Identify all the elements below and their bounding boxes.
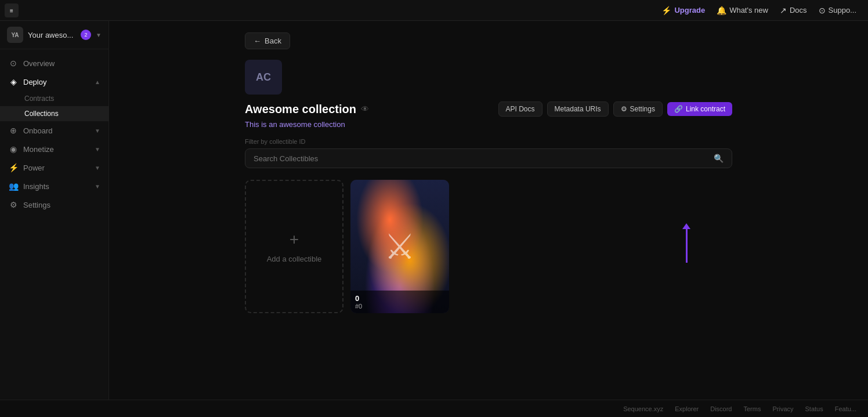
- collections-label: Collections: [24, 110, 59, 118]
- sidebar-item-power[interactable]: ⚡ Power ▼: [0, 158, 108, 177]
- collection-title-row: Awesome collection 👁: [245, 103, 369, 116]
- sidebar-item-deploy[interactable]: ◈ Deploy ▲: [0, 72, 108, 91]
- settings-label: Settings: [630, 105, 655, 113]
- topbar-logo-area: ≡: [0, 0, 19, 21]
- metadata-uris-button[interactable]: Metadata URIs: [547, 101, 609, 117]
- sidebar-item-onboard[interactable]: ⊕ Onboard ▼: [0, 121, 108, 140]
- main-layout: YA Your aweso... 2 ▼ ⊙ Overview ◈ Deploy…: [0, 21, 868, 417]
- upgrade-button[interactable]: ⚡ Upgrade: [661, 6, 705, 15]
- chevron-down-icon: ▼: [95, 183, 100, 190]
- collection-title: Awesome collection: [245, 103, 356, 116]
- add-collectible-card[interactable]: + Add a collectible: [245, 180, 343, 313]
- link-contract-button[interactable]: 🔗 Link contract: [667, 102, 732, 116]
- collection-actions: API Docs Metadata URIs ⚙ Settings 🔗 Link…: [498, 101, 732, 117]
- footer-link-privacy[interactable]: Privacy: [772, 405, 793, 412]
- sidebar-item-label: Onboard: [23, 126, 90, 135]
- footer-link-terms[interactable]: Terms: [744, 405, 761, 412]
- footer-link-discord[interactable]: Discord: [710, 405, 732, 412]
- arrow-up-icon: [686, 228, 688, 263]
- whats-new-icon: 🔔: [717, 6, 726, 15]
- search-bar: 🔍: [245, 148, 732, 168]
- contracts-label: Contracts: [24, 95, 54, 103]
- sidebar-item-settings[interactable]: ⚙ Settings: [0, 195, 108, 214]
- filter-label: Filter by collectible ID: [245, 138, 732, 145]
- footer-link-status[interactable]: Status: [805, 405, 823, 412]
- back-label: Back: [265, 37, 281, 45]
- collectibles-grid: + Add a collectible 0 #0: [245, 180, 732, 313]
- search-input[interactable]: [254, 154, 708, 163]
- sidebar-item-monetize[interactable]: ◉ Monetize ▼: [0, 140, 108, 158]
- logo-icon: ≡: [10, 8, 13, 14]
- badge-hash: #0: [355, 303, 444, 310]
- footer-link-explorer[interactable]: Explorer: [675, 405, 699, 412]
- back-button[interactable]: ← Back: [245, 32, 290, 49]
- gear-icon: ⚙: [621, 105, 627, 113]
- sidebar-item-label: Monetize: [23, 145, 90, 154]
- collection-avatar: AC: [245, 60, 282, 95]
- settings-button[interactable]: ⚙ Settings: [613, 101, 663, 117]
- support-icon: ⊙: [819, 6, 826, 15]
- content-inner: ← Back AC Awesome collection 👁 API Docs …: [227, 21, 750, 336]
- chevron-down-icon: ▼: [95, 146, 100, 153]
- collectible-badge: 0 #0: [350, 291, 449, 313]
- api-docs-button[interactable]: API Docs: [498, 101, 542, 117]
- chevron-up-icon: ▲: [95, 79, 100, 85]
- footer-link-features[interactable]: Featu...: [835, 405, 856, 412]
- docs-icon: ↗: [780, 6, 787, 15]
- collection-header: Awesome collection 👁 API Docs Metadata U…: [245, 101, 732, 117]
- sidebar-item-insights[interactable]: 👥 Insights ▼: [0, 177, 108, 195]
- sidebar-item-collections[interactable]: Collections: [0, 106, 108, 121]
- arrow-left-icon: ←: [254, 37, 261, 45]
- avatar: YA: [7, 27, 23, 43]
- onboard-icon: ⊕: [8, 126, 19, 135]
- insights-icon: 👥: [8, 182, 19, 191]
- sidebar-item-overview[interactable]: ⊙ Overview: [0, 54, 108, 72]
- content-area: ← Back AC Awesome collection 👁 API Docs …: [109, 21, 868, 417]
- chevron-down-icon: ▼: [96, 32, 102, 38]
- user-menu[interactable]: YA Your aweso... 2 ▼: [0, 21, 108, 49]
- search-icon: 🔍: [714, 154, 724, 163]
- user-name: Your aweso...: [28, 31, 76, 39]
- user-badge: 2: [81, 30, 91, 40]
- sidebar: YA Your aweso... 2 ▼ ⊙ Overview ◈ Deploy…: [0, 21, 109, 417]
- plus-icon: +: [290, 230, 299, 249]
- sidebar-item-label: Power: [23, 164, 90, 172]
- support-button[interactable]: ⊙ Suppo...: [819, 6, 856, 15]
- sidebar-item-contracts[interactable]: Contracts: [0, 91, 108, 106]
- sidebar-item-label: Settings: [23, 201, 100, 209]
- upgrade-icon: ⚡: [661, 6, 671, 15]
- power-icon: ⚡: [8, 163, 19, 172]
- sidebar-item-label: Overview: [23, 59, 100, 68]
- topbar: ≡ ⚡ Upgrade 🔔 What's new ↗ Docs ⊙ Suppo.…: [0, 0, 868, 21]
- monetize-icon: ◉: [8, 144, 19, 154]
- app-logo[interactable]: ≡: [5, 3, 19, 17]
- whats-new-button[interactable]: 🔔 What's new: [717, 6, 768, 15]
- settings-icon: ⚙: [8, 200, 19, 209]
- footer: Sequence.xyz Explorer Discord Terms Priv…: [0, 400, 868, 417]
- sidebar-nav: ⊙ Overview ◈ Deploy ▲ Contracts Collecti…: [0, 49, 108, 417]
- docs-button[interactable]: ↗ Docs: [780, 6, 807, 15]
- collectible-card-0[interactable]: 0 #0: [350, 180, 449, 313]
- chevron-down-icon: ▼: [95, 128, 100, 134]
- link-icon: 🔗: [674, 105, 683, 113]
- eye-icon[interactable]: 👁: [361, 104, 369, 114]
- footer-link-sequence[interactable]: Sequence.xyz: [623, 405, 663, 412]
- overview-icon: ⊙: [8, 59, 19, 68]
- link-contract-label: Link contract: [686, 105, 725, 113]
- chevron-down-icon: ▼: [95, 165, 100, 171]
- add-collectible-label: Add a collectible: [267, 255, 322, 263]
- topbar-actions: ⚡ Upgrade 🔔 What's new ↗ Docs ⊙ Suppo...: [661, 6, 856, 15]
- deploy-icon: ◈: [8, 77, 19, 86]
- arrow-indicator: [686, 228, 688, 263]
- badge-number: 0: [355, 294, 444, 303]
- sidebar-item-label: Deploy: [23, 78, 90, 86]
- sidebar-item-label: Insights: [23, 182, 90, 191]
- collection-description: This is an awesome collection: [245, 120, 732, 129]
